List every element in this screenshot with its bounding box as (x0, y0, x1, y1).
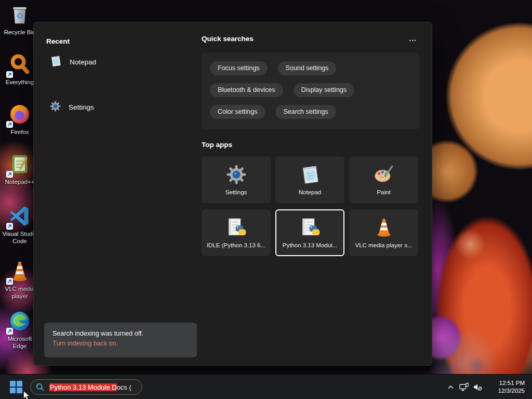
ethernet-network-icon (459, 382, 469, 392)
shortcut-arrow-icon (6, 328, 13, 335)
notepad-plus-plus-icon (7, 152, 32, 177)
recent-item-settings[interactable]: Settings (49, 100, 94, 114)
indexing-notice: Search indexing was turned off. Turn ind… (44, 323, 197, 357)
screen: ♻ Recycle Bin Everything (0, 0, 532, 399)
top-app-tile-vlc[interactable]: VLC media player s... (349, 209, 418, 256)
gear-icon (49, 100, 61, 114)
volume-muted-icon (472, 382, 483, 392)
shortcut-arrow-icon (6, 121, 13, 128)
firefox-icon (7, 102, 32, 127)
top-app-tile-notepad[interactable]: Notepad (275, 156, 344, 203)
vlc-cone-icon (7, 259, 32, 284)
top-app-tile-idle-python[interactable]: IDLE (Python 3.13 6... (202, 209, 271, 256)
notepad-icon (299, 163, 321, 187)
top-app-tile-python-module-docs[interactable]: Python 3.13 Modul... (275, 209, 344, 256)
shortcut-arrow-icon (6, 223, 13, 230)
vlc-cone-icon (373, 216, 395, 240)
quick-search-pill-sound-settings[interactable]: Sound settings (278, 61, 337, 75)
more-options-icon[interactable]: ... (406, 34, 420, 43)
quick-search-pill-display-settings[interactable]: Display settings (294, 83, 355, 97)
shortcut-arrow-icon (6, 171, 13, 178)
mouse-cursor (23, 391, 31, 399)
top-app-tile-paint[interactable]: Paint (349, 156, 418, 203)
search-icon (35, 382, 45, 392)
clock-date: 12/3/2025 (486, 387, 525, 395)
top-apps-grid: Settings (202, 156, 418, 256)
quick-search-pill-focus-settings[interactable]: Focus settings (210, 61, 268, 75)
quick-searches-box: Focus settings Sound settings Bluetooth … (202, 52, 420, 129)
quick-search-pill-bluetooth-devices[interactable]: Bluetooth & devices (210, 83, 283, 97)
top-app-label: IDLE (Python 3.13 6... (207, 242, 265, 248)
unselected-text: ocs ( (117, 383, 131, 391)
everything-magnifier-icon (7, 52, 32, 77)
top-app-label: Python 3.13 Modul... (283, 242, 337, 248)
start-button[interactable] (9, 380, 23, 394)
vscode-icon (7, 204, 32, 229)
recent-item-label: Notepad (70, 58, 96, 66)
volume-tray-button[interactable] (471, 379, 484, 395)
recent-section-header: Recent (46, 37, 70, 45)
taskbar: Python 3.13 Module Docs ( (0, 374, 532, 399)
top-app-tile-settings[interactable]: Settings (202, 156, 271, 203)
top-app-label: Paint (377, 189, 390, 195)
taskbar-clock[interactable]: 12:51 PM 12/3/2025 (486, 379, 530, 395)
paint-palette-icon (373, 163, 395, 187)
system-tray: 12:51 PM 12/3/2025 (444, 375, 530, 399)
svg-text:♻: ♻ (16, 11, 23, 21)
network-tray-button[interactable] (457, 379, 471, 395)
notepad-icon (49, 55, 62, 70)
edge-icon (7, 309, 32, 334)
windows-logo-icon (9, 380, 23, 394)
top-apps-header: Top apps (202, 141, 232, 149)
search-flyout-panel: Recent Notepad (33, 22, 432, 366)
hidden-icons-chevron[interactable] (444, 379, 457, 395)
python-document-icon (299, 216, 321, 240)
python-document-icon (225, 216, 247, 240)
shortcut-arrow-icon (6, 278, 13, 285)
recent-item-notepad[interactable]: Notepad (49, 55, 96, 69)
shortcut-arrow-icon (6, 71, 13, 78)
search-input-text: Python 3.13 Module Docs ( (49, 383, 131, 391)
top-app-label: Notepad (299, 189, 321, 195)
selected-text: Python 3.13 Module D (49, 383, 117, 391)
indexing-notice-message: Search indexing was turned off. (52, 329, 189, 338)
top-app-label: VLC media player s... (355, 242, 413, 248)
clock-time: 12:51 PM (486, 379, 525, 387)
quick-searches-header: Quick searches (202, 35, 254, 43)
taskbar-search-box[interactable]: Python 3.13 Module Docs ( (30, 379, 142, 395)
chevron-up-icon (447, 383, 455, 391)
quick-search-pill-search-settings[interactable]: Search settings (275, 105, 336, 119)
turn-indexing-on-link[interactable]: Turn indexing back on. (52, 338, 189, 349)
top-app-label: Settings (225, 189, 247, 195)
quick-search-pill-color-settings[interactable]: Color settings (210, 105, 265, 119)
gear-icon (225, 163, 247, 187)
recent-item-label: Settings (69, 103, 94, 111)
recycle-bin-icon: ♻ (7, 2, 32, 27)
